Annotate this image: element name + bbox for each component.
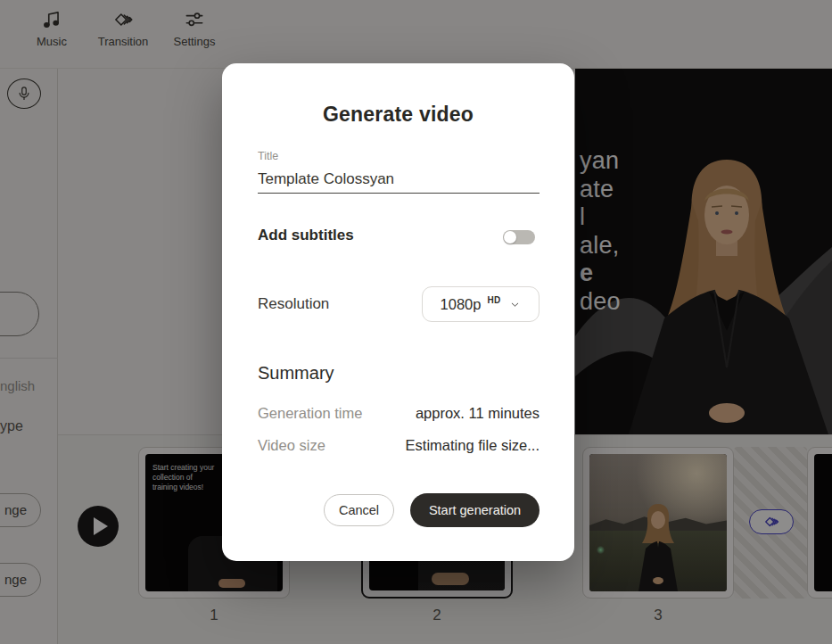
hd-badge: HD	[487, 295, 500, 305]
chevron-down-icon	[509, 299, 521, 310]
generate-video-dialog: Generate video Title Add subtitles Resol…	[222, 63, 574, 561]
resolution-value: 1080p	[441, 296, 482, 313]
dialog-title: Generate video	[222, 103, 574, 127]
generation-time-label: Generation time	[258, 405, 362, 422]
start-generation-button[interactable]: Start generation	[410, 493, 540, 527]
video-size-label: Video size	[258, 437, 325, 454]
title-input[interactable]	[258, 165, 540, 194]
cancel-button[interactable]: Cancel	[324, 494, 394, 526]
video-size-value: Estimating file size...	[406, 437, 540, 454]
title-field-label: Title	[258, 150, 278, 162]
generation-time-value: approx. 11 minutes	[416, 405, 540, 422]
app-window: Music Transition Settings	[0, 0, 832, 644]
add-subtitles-label: Add subtitles	[258, 227, 354, 244]
subtitles-toggle-off[interactable]	[503, 230, 535, 244]
resolution-dropdown[interactable]: 1080p HD	[422, 286, 540, 322]
resolution-label: Resolution	[258, 295, 329, 313]
toggle-knob	[504, 231, 516, 244]
summary-heading: Summary	[258, 363, 334, 384]
